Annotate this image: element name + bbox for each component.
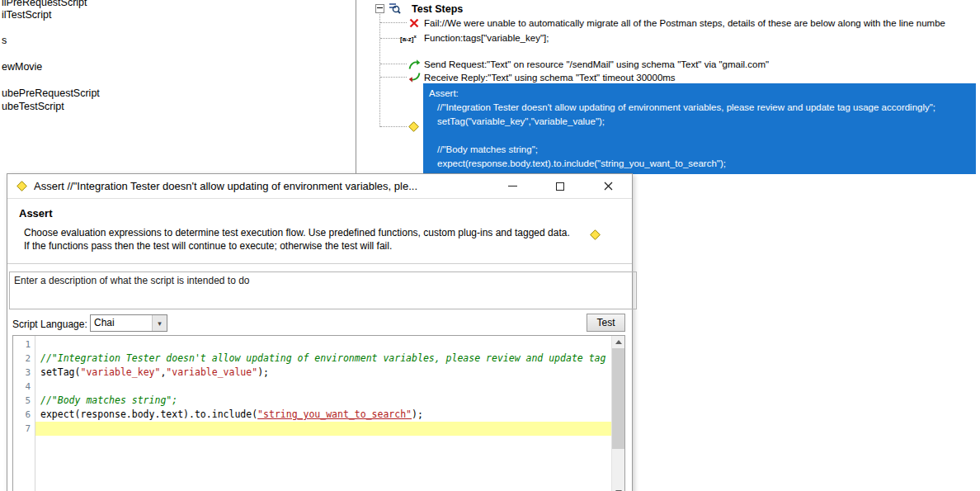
- script-editor[interactable]: 1 2//"Integration Tester doesn't allow u…: [12, 335, 625, 491]
- assert-block-line: //"Integration Tester doesn't allow upda…: [429, 101, 970, 115]
- assert-block-line: expect(response.body.text).to.include("s…: [429, 157, 970, 171]
- assert-icon: [408, 120, 419, 135]
- script-language-value: Chai: [91, 315, 152, 331]
- separator: [7, 263, 632, 264]
- assert-block-line: //"Body matches string";: [429, 143, 970, 157]
- tree-item[interactable]: ubeTestScript: [2, 101, 64, 112]
- tree-guide-line: [379, 12, 380, 127]
- editor-line[interactable]: 2//"Integration Tester doesn't allow upd…: [13, 352, 612, 366]
- tree-item[interactable]: ubePreRequestScript: [2, 87, 100, 99]
- script-language-label: Script Language:: [12, 316, 87, 333]
- line-number: 3: [13, 366, 35, 380]
- fail-icon: [408, 18, 421, 28]
- test-step-label: Send Request:"Text" on resource "/sendMa…: [424, 59, 769, 69]
- editor-line[interactable]: 6expect(response.body.text).to.include("…: [13, 408, 612, 422]
- line-number: 4: [13, 380, 35, 394]
- script-language-select[interactable]: Chai ▾: [90, 314, 167, 332]
- line-number: 7: [13, 422, 35, 436]
- script-description-input[interactable]: Enter a description of what the script i…: [9, 271, 637, 309]
- test-step-label: Receive Reply:"Text" using schema "Text"…: [424, 73, 676, 83]
- tree-item[interactable]: ilPreRequestScript: [2, 0, 87, 8]
- tree-root-label: Test Steps: [412, 3, 463, 15]
- test-step-row[interactable]: Fail://We were unable to automatically m…: [408, 17, 945, 30]
- scroll-up-icon: [615, 340, 622, 344]
- assert-block-line: [429, 129, 970, 143]
- editor-line[interactable]: 7: [13, 422, 612, 436]
- receive-reply-icon: [408, 72, 421, 83]
- dialog-title: Assert //"Integration Tester doesn't all…: [34, 180, 488, 192]
- line-code: [35, 380, 612, 394]
- editor-lines: 1 2//"Integration Tester doesn't allow u…: [13, 338, 612, 436]
- tree-item[interactable]: s: [2, 35, 7, 46]
- line-code: //"Integration Tester doesn't allow upda…: [35, 352, 612, 366]
- editor-scrollbar[interactable]: [611, 336, 624, 491]
- line-code: [35, 422, 612, 436]
- tree-root-test-steps[interactable]: Test Steps: [375, 2, 463, 15]
- function-icon: [a-z]x: [408, 34, 421, 43]
- assert-icon: [590, 229, 601, 243]
- assert-step-block[interactable]: Assert://"Integration Tester doesn't all…: [423, 83, 976, 174]
- scroll-up-button[interactable]: [612, 336, 624, 348]
- tree-item[interactable]: ilTestScript: [2, 9, 51, 21]
- maximize-button[interactable]: [536, 174, 584, 198]
- assert-icon: [16, 181, 27, 191]
- editor-line[interactable]: 4: [13, 380, 612, 394]
- send-request-icon: [408, 59, 421, 70]
- editor-line[interactable]: 5//"Body matches string";: [13, 394, 612, 408]
- test-steps-icon: [389, 2, 401, 15]
- editor-line[interactable]: 1: [13, 338, 612, 352]
- line-code: [35, 338, 612, 352]
- test-button[interactable]: Test: [587, 314, 625, 332]
- line-code: expect(response.body.text).to.include("s…: [35, 408, 612, 422]
- assert-block-line: Assert:: [429, 87, 970, 101]
- tree-item[interactable]: ewMovie: [2, 61, 42, 73]
- minimize-button[interactable]: [488, 174, 536, 198]
- test-step-row[interactable]: Receive Reply:"Text" using schema "Text"…: [408, 71, 676, 84]
- assert-block-line: setTag("variable_key","variable_value");: [429, 115, 970, 129]
- line-number: 6: [13, 408, 35, 422]
- collapse-icon[interactable]: [375, 4, 384, 13]
- minimize-icon: [508, 186, 517, 186]
- test-step-label: Fail://We were unable to automatically m…: [424, 18, 945, 28]
- dialog-titlebar[interactable]: Assert //"Integration Tester doesn't all…: [7, 174, 632, 199]
- test-step-row[interactable]: [a-z]xFunction:tags["variable_key"];: [408, 31, 549, 45]
- line-number: 2: [13, 352, 35, 366]
- close-icon: [604, 182, 613, 191]
- close-button[interactable]: [584, 174, 632, 198]
- maximize-icon: [556, 182, 564, 191]
- dialog-description-line2: If the functions pass then the test will…: [24, 240, 392, 252]
- line-code: setTag("variable_key","variable_value");: [35, 366, 612, 380]
- scroll-down-button[interactable]: [612, 486, 624, 491]
- test-step-row[interactable]: Send Request:"Text" on resource "/sendMa…: [408, 58, 769, 71]
- section-title: Assert: [19, 207, 52, 220]
- assert-dialog: Assert //"Integration Tester doesn't all…: [7, 173, 633, 491]
- line-number: 1: [13, 338, 35, 352]
- editor-line[interactable]: 3setTag("variable_key","variable_value")…: [13, 366, 612, 380]
- test-step-label: Function:tags["variable_key"];: [424, 33, 549, 43]
- line-number: 5: [13, 394, 35, 408]
- chevron-down-icon: ▾: [152, 315, 167, 331]
- line-code: //"Body matches string";: [35, 394, 612, 408]
- dialog-description-line1: Choose evaluation expressions to determi…: [24, 227, 570, 238]
- scrollbar-thumb[interactable]: [612, 348, 624, 449]
